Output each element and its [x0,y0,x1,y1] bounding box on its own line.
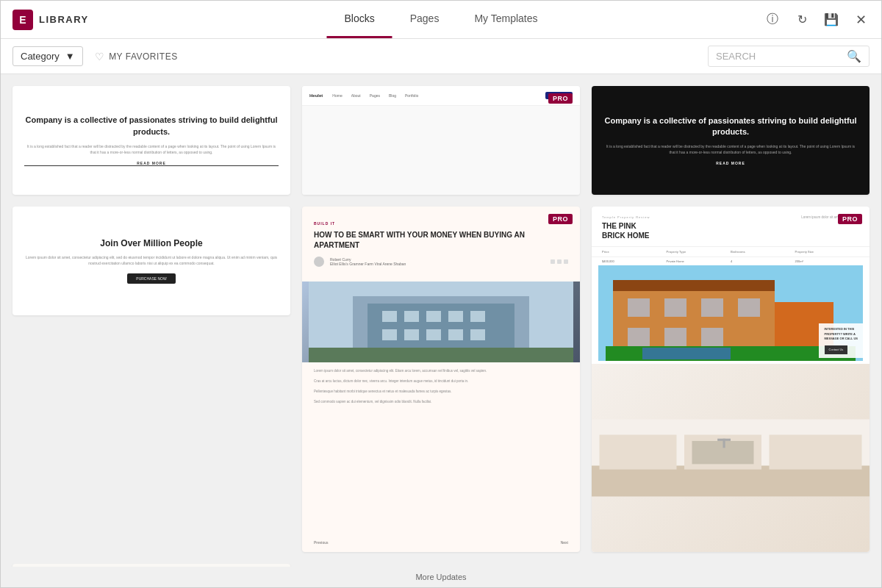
card-white-hero-body: It is a long established fact that a rea… [24,143,279,155]
svg-rect-10 [426,329,441,340]
search-area: 🔍 [708,46,870,67]
save-icon[interactable]: 💾 [822,11,840,29]
nav-logo: Heulet [309,93,323,98]
nav-item-blog: Blog [389,93,396,98]
close-icon[interactable]: ✕ [852,11,870,29]
card-join-button: PURCHASE NOW [127,273,175,284]
footer: More Updates [1,567,881,587]
card-blog-para-1: Lorem ipsum dolor sit amet, consectetur … [314,368,568,374]
card-blog-image [302,282,580,362]
card-brick-table-row: $400,000 Private Home 4 200m² [592,257,870,265]
cell-size: 200m² [795,259,860,263]
card-dark-hero[interactable]: Company is a collective of passionates s… [592,86,870,195]
prev-link[interactable]: Previous [314,540,328,545]
tab-blocks[interactable]: Blocks [326,1,392,38]
svg-rect-23 [664,328,686,346]
card-blog-post[interactable]: PRO BUILD IT HOW TO BE SMART WITH YOUR M… [302,207,580,552]
category-label: Category [21,51,60,62]
card-dark-hero-link: READ MORE [603,161,858,165]
col-size: Property Size [795,250,860,254]
svg-rect-8 [382,329,397,340]
svg-rect-19 [664,298,686,317]
card-brick-sublabel: Temple Property Review [602,215,650,219]
chevron-down-icon: ▼ [65,51,75,62]
card-blog-para-2: Cras at arcu luctus, dictum dolor nec, v… [314,379,568,384]
contact-cta[interactable]: Contact Us [825,345,848,354]
card-dark-hero-title: Company is a collective of passionates s… [603,115,858,138]
card-pink-brick[interactable]: PRO Temple Property Review THE PINKBRICK… [592,207,870,552]
card-blog-meta: Robert Curry Elliot Ellis's Gramner Farm… [314,257,568,267]
card-join-title: Join Over Million People [100,238,202,248]
more-updates-text: More Updates [415,573,466,581]
card-blog-footer: Previous Next [302,536,580,552]
svg-rect-28 [592,466,870,497]
card-brick-header: Temple Property Review THE PINKBRICK HOM… [592,207,870,246]
card-brick-kitchen [592,364,870,552]
card-brick-title: THE PINKBRICK HOME [602,221,650,240]
social-icon-1 [551,259,555,264]
card-join-cta[interactable]: Join Over Million People Lorem ipsum dol… [12,207,290,315]
search-icon[interactable]: 🔍 [847,49,861,63]
favorites-button[interactable]: ♡ MY FAVORITES [95,51,178,62]
nav-item-pages: Pages [370,93,380,98]
svg-rect-9 [404,329,419,340]
heart-icon: ♡ [95,51,105,62]
card-brick-overlay: INTERESTED IN THISPROPERTY? WRITE AMESSA… [819,323,864,358]
tab-pages[interactable]: Pages [392,1,457,38]
content-grid: Company is a collective of passionates s… [1,74,881,567]
favorites-label: MY FAVORITES [109,51,178,62]
svg-rect-18 [628,298,650,317]
next-link[interactable]: Next [561,540,568,545]
author-sub: Elliot Ellis's Gramner Farm Viral Arene … [330,262,406,266]
card-brick-table-header: Price Property Type Bedrooms Property Si… [592,246,870,257]
card-white-hero-title: Company is a collective of passionates s… [24,115,279,137]
social-icon-2 [557,259,562,264]
card-blog-para-3: Pellentesque habitant morbi tristique se… [314,389,568,395]
svg-rect-34 [717,439,731,441]
card-white-hero-link: READ MORE [24,161,279,166]
category-dropdown[interactable]: Category ▼ [12,46,83,66]
author-info: Robert Curry Elliot Ellis's Gramner Farm… [330,257,406,266]
tab-my-templates[interactable]: My Templates [456,1,555,38]
card-blog-para-4: Sed commodo sapien ac dui elementum, vel… [314,399,568,405]
svg-rect-22 [628,328,650,346]
svg-rect-21 [738,298,760,317]
pro-badge-blog: PRO [548,214,573,224]
card-nav-bar: Heulet Home About Pages Blog Portfolio C… [302,86,580,106]
pro-badge-brick: PRO [838,214,862,224]
cell-bed: 4 [731,259,795,263]
svg-rect-3 [382,311,397,322]
nav-item-portfolio: Portfolio [405,93,418,98]
nav-item-home: Home [332,93,342,98]
svg-rect-20 [701,298,723,317]
header: E LIBRARY Blocks Pages My Templates ⓘ ↻ … [1,1,881,39]
card-nav-pro[interactable]: PRO Heulet Home About Pages Blog Portfol… [302,86,580,195]
card-blog-header: BUILD IT HOW TO BE SMART WITH YOUR MONEY… [302,207,580,282]
col-type: Property Type [667,250,731,254]
svg-rect-7 [470,311,485,322]
card-brick-image-container: INTERESTED IN THISPROPERTY? WRITE AMESSA… [592,265,870,364]
card-blog-title: HOW TO BE SMART WITH YOUR MONEY WHEN BUY… [314,230,568,251]
svg-rect-26 [642,348,731,359]
cell-price: $400,000 [602,259,667,263]
nav-item-about: About [351,93,361,98]
svg-rect-6 [448,311,463,322]
refresh-icon[interactable]: ↻ [793,11,811,29]
info-icon[interactable]: ⓘ [764,11,781,29]
card-dark-hero-body: It is a long established fact that a rea… [603,143,858,155]
card-exclusive[interactable]: PRO BUILD IT EXCLUSIVEPROPERTIES Lorem i… [12,564,290,567]
card-join-body: Lorem ipsum dolor sit amet, consectetur … [21,254,282,266]
svg-rect-29 [600,435,677,470]
card-blog-tag: BUILD IT [314,221,568,226]
card-white-hero[interactable]: Company is a collective of passionates s… [12,86,290,195]
search-input[interactable] [716,51,847,62]
social-icon-3 [564,259,568,264]
app-window: E LIBRARY Blocks Pages My Templates ⓘ ↻ … [0,0,882,588]
svg-rect-24 [701,328,723,346]
svg-rect-13 [309,348,573,362]
svg-rect-5 [426,311,441,322]
col-bed: Bedrooms [731,250,795,254]
toolbar: Category ▼ ♡ MY FAVORITES 🔍 [1,39,881,74]
svg-rect-4 [404,311,419,322]
card-exclusive-header: BUILD IT EXCLUSIVEPROPERTIES Lorem ipsum… [12,564,290,567]
